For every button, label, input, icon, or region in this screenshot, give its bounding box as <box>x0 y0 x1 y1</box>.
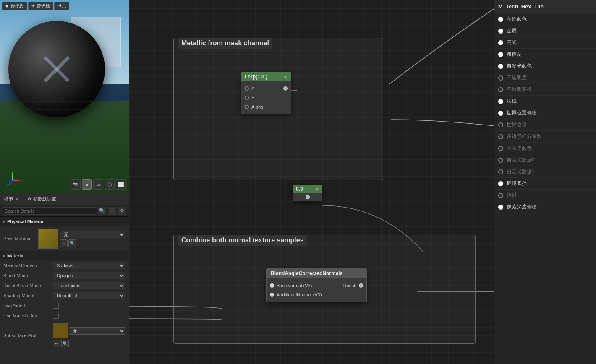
right-panel-item-15[interactable]: 折射 <box>494 190 596 201</box>
const-dropdown-icon[interactable]: ▼ <box>315 187 319 192</box>
cylinder-preview-btn[interactable]: ⬡ <box>105 179 115 190</box>
perspective-view-btn[interactable]: ▼ 透视图 <box>2 2 27 10</box>
left-panel: ▼ 透视图 ☀ 带光照 显示 X Y Z <box>0 0 129 364</box>
right-panel-item-16[interactable]: 像素深度偏移 <box>494 201 596 213</box>
shading-model-dropdown[interactable]: Default Lit <box>53 292 125 299</box>
blend-additional-normal-row: AdditionalNormal (V3) <box>267 290 366 299</box>
rp-label-13: 自定义数据1 <box>507 168 535 175</box>
rp-dot-9 <box>498 122 503 127</box>
display-btn[interactable]: 显示 <box>54 2 69 10</box>
perspective-arrow-icon: ▼ <box>5 4 9 9</box>
lerp-node[interactable]: Lerp(1,0,) ▼ A B Alpha <box>241 72 291 114</box>
phys-material-row: Phys Material 无 ↩ 🔍 <box>0 226 129 251</box>
decal-blend-mode-row: Decal Blend Mode Translucent <box>0 281 129 291</box>
search-input[interactable] <box>3 207 96 215</box>
filter-btn[interactable]: ⚙ <box>118 207 126 215</box>
node-editor[interactable]: Metallic from mask channel Lerp(1,0,) ▼ … <box>129 0 494 364</box>
material-section-header[interactable]: ▶ Material <box>0 251 129 260</box>
subsurface-search-btn[interactable]: 🔍 <box>61 340 69 347</box>
right-panel-item-3[interactable]: 粗糙度 <box>494 49 596 60</box>
sphere-preview-btn[interactable]: ● <box>82 179 92 190</box>
right-panel-item-11[interactable]: 次表皮颜色 <box>494 143 596 154</box>
lerp-port-a-dot[interactable] <box>245 86 249 91</box>
rp-dot-10 <box>498 134 503 139</box>
lerp-port-alpha-row: Alpha <box>241 102 291 112</box>
blend-additional-normal-dot[interactable] <box>270 293 274 297</box>
right-panel-item-6[interactable]: 不透明蒙板 <box>494 84 596 96</box>
subsurface-mini-buttons: ↩ 🔍 <box>53 340 125 347</box>
svg-line-2 <box>8 180 13 185</box>
cube-preview-btn[interactable]: ⬜ <box>116 179 126 190</box>
blend-base-normal-dot[interactable] <box>270 283 274 288</box>
sphere-x-pattern <box>36 48 78 90</box>
physical-material-section-header[interactable]: ▶ Physical Material <box>0 217 129 226</box>
right-panel-item-9[interactable]: 世界位移 <box>494 119 596 131</box>
right-panel-item-7[interactable]: 法线 <box>494 96 596 107</box>
lerp-port-alpha-dot[interactable] <box>245 105 249 109</box>
camera-btn[interactable]: 📷 <box>71 179 81 190</box>
details-tab-close[interactable]: ✕ <box>15 197 18 201</box>
right-panel-items: 基础颜色金属高光粗糙度自发光颜色不透明度不透明蒙板法线世界位置偏移世界位移多边形… <box>494 13 596 213</box>
lerp-port-b-row: B <box>241 93 291 102</box>
material-domain-dropdown[interactable]: Surface <box>53 262 125 269</box>
svg-text:X: X <box>20 179 21 182</box>
params-tab[interactable]: ⚙ 参数默认值 <box>26 195 58 203</box>
phys-none-dropdown[interactable]: 无 <box>60 231 125 238</box>
combine-group-box: Combine both normal texture samples Blen… <box>173 235 476 344</box>
rp-dot-11 <box>498 146 503 151</box>
material-domain-dropdown-wrap: Surface <box>53 262 125 269</box>
right-panel-item-0[interactable]: 基础颜色 <box>494 13 596 25</box>
right-panel-item-1[interactable]: 金属 <box>494 25 596 37</box>
lerp-port-b-dot[interactable] <box>245 96 249 100</box>
blend-result-dot[interactable] <box>359 283 363 288</box>
right-panel-item-12[interactable]: 自定义数据0 <box>494 154 596 166</box>
rp-dot-0 <box>498 17 503 22</box>
decal-blend-dropdown[interactable]: Translucent <box>53 282 125 289</box>
right-panel-item-5[interactable]: 不透明度 <box>494 72 596 84</box>
right-panel-item-13[interactable]: 自定义数据1 <box>494 166 596 178</box>
rp-dot-14 <box>498 181 503 186</box>
subsurface-row: Subsurface Profil 无 ↩ 🔍 <box>0 321 129 350</box>
phys-mini-buttons: ↩ 🔍 <box>60 239 125 247</box>
rp-label-2: 高光 <box>507 39 517 46</box>
lighting-btn[interactable]: ☀ 带光照 <box>28 2 53 10</box>
params-icon: ⚙ <box>27 196 31 202</box>
list-view-btn[interactable]: ☰ <box>108 207 116 215</box>
subsurface-reset-btn[interactable]: ↩ <box>53 340 60 347</box>
rp-dot-7 <box>498 99 503 104</box>
const-output-dot[interactable] <box>306 195 310 199</box>
right-panel-item-4[interactable]: 自发光颜色 <box>494 60 596 72</box>
details-tab[interactable]: 细节 ✕ <box>3 195 20 203</box>
blend-angle-node[interactable]: BlendAngleCorrectedNormals BaseNormal (V… <box>266 268 367 302</box>
metallic-group-box: Metallic from mask channel Lerp(1,0,) ▼ … <box>173 38 383 180</box>
phys-reset-btn[interactable]: ↩ <box>60 239 68 247</box>
rp-label-14: 环境遮挡 <box>507 180 527 187</box>
lerp-output-dot[interactable] <box>283 86 288 91</box>
right-panel-item-10[interactable]: 多边形细分系数 <box>494 131 596 143</box>
rp-dot-1 <box>498 29 503 34</box>
right-panel-item-14[interactable]: 环境遮挡 <box>494 178 596 190</box>
rp-label-9: 世界位移 <box>507 121 527 128</box>
subsurface-thumbnail <box>53 323 68 338</box>
lighting-icon: ☀ <box>31 3 35 9</box>
two-sided-checkbox[interactable] <box>53 303 59 309</box>
use-material-attr-checkbox[interactable] <box>53 313 59 319</box>
right-panel-item-8[interactable]: 世界位置偏移 <box>494 107 596 119</box>
rp-label-6: 不透明蒙板 <box>507 86 532 93</box>
right-panel-item-2[interactable]: 高光 <box>494 37 596 49</box>
lerp-dropdown-icon[interactable]: ▼ <box>283 75 288 79</box>
section-triangle-icon: ▶ <box>3 219 5 224</box>
svg-text:Z: Z <box>6 183 8 187</box>
rp-label-7: 法线 <box>507 98 517 105</box>
blend-mode-row: Blend Mode Opaque <box>0 270 129 281</box>
phys-search-btn[interactable]: 🔍 <box>68 239 76 247</box>
lerp-node-header: Lerp(1,0,) ▼ <box>241 72 291 81</box>
const-node[interactable]: 0.3 ▼ <box>293 185 322 201</box>
search-button[interactable]: 🔍 <box>98 207 106 215</box>
subsurface-dropdown[interactable]: 无 <box>69 327 125 335</box>
blend-mode-dropdown[interactable]: Opaque <box>53 272 125 279</box>
flat-preview-btn[interactable]: ▭ <box>93 179 103 190</box>
phys-thumbnail <box>38 229 58 249</box>
details-toolbar: 细节 ✕ ⚙ 参数默认值 <box>0 193 129 205</box>
rp-dot-2 <box>498 40 503 45</box>
